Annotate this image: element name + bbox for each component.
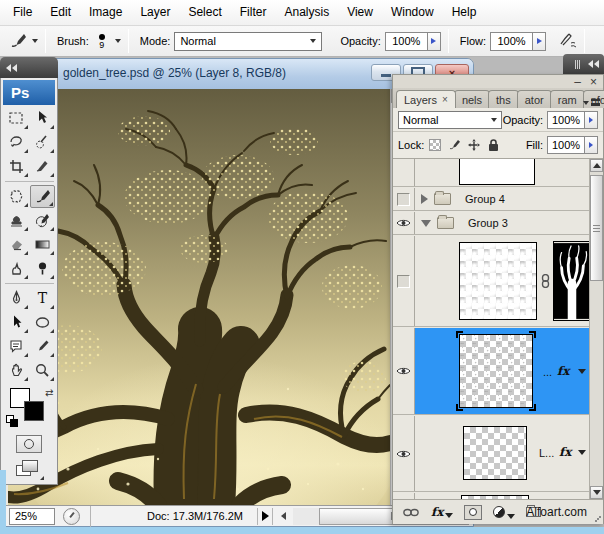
canvas[interactable] (8, 89, 390, 507)
panel-menu-icon[interactable] (583, 99, 600, 106)
panel-minimize-button[interactable]: – (574, 77, 581, 87)
new-adjustment-layer-button[interactable] (493, 506, 515, 519)
tab-layers[interactable]: Layers × (396, 90, 456, 108)
opacity-slider-button[interactable] (427, 32, 441, 51)
panel-dock-header[interactable] (563, 54, 604, 74)
fx-expand-icon[interactable] (578, 369, 586, 374)
layer-fx-badge[interactable]: fx (559, 445, 571, 459)
tool-clone-stamp[interactable] (4, 209, 29, 232)
layers-scrollbar[interactable] (589, 159, 603, 499)
tool-preset-arrow-icon[interactable] (32, 39, 38, 43)
visibility-toggle[interactable] (393, 212, 415, 234)
scroll-down-button[interactable] (590, 486, 603, 499)
layer-row-selected[interactable]: ... fx (393, 328, 603, 415)
lock-pixels-icon[interactable] (447, 138, 461, 152)
tool-brush[interactable] (30, 185, 55, 208)
tool-shape[interactable] (30, 311, 55, 334)
lock-all-icon[interactable] (487, 138, 500, 152)
tab-histogram[interactable]: ram (550, 90, 585, 108)
quick-mask-button[interactable] (16, 435, 42, 453)
resize-grip-icon[interactable] (595, 516, 601, 522)
layer-name-truncated[interactable]: L... (539, 447, 554, 459)
tool-move[interactable] (30, 107, 55, 130)
menu-edit[interactable]: Edit (41, 0, 80, 25)
layer-fill-input[interactable]: 100% (547, 136, 585, 154)
opacity-input[interactable]: 100% (385, 32, 427, 51)
tool-notes[interactable] (4, 335, 29, 358)
flow-input[interactable]: 100% (490, 32, 532, 51)
expand-open-icon[interactable] (421, 220, 431, 227)
tab-paths[interactable]: ths (488, 90, 519, 108)
tab-navigator[interactable]: ator (517, 90, 552, 108)
menu-filter[interactable]: Filter (231, 0, 276, 25)
layer-opacity-input[interactable]: 100% (547, 111, 585, 129)
tool-type[interactable]: T (30, 287, 55, 310)
layer-name-truncated[interactable]: ... (543, 366, 552, 378)
tool-hand[interactable] (4, 359, 29, 382)
layer-row-partial[interactable] (393, 159, 603, 187)
scroll-up-button[interactable] (590, 159, 603, 172)
group-name[interactable]: Group 3 (468, 217, 508, 229)
background-color-swatch[interactable] (24, 401, 44, 421)
tool-rect-marquee[interactable] (4, 107, 29, 130)
menu-image[interactable]: Image (80, 0, 131, 25)
tool-zoom[interactable] (30, 359, 55, 382)
layer-thumbnail[interactable] (463, 426, 527, 480)
tool-smudge[interactable] (4, 257, 29, 280)
menu-help[interactable]: Help (443, 0, 486, 25)
visibility-toggle[interactable] (393, 236, 415, 326)
tool-pen[interactable] (4, 287, 29, 310)
status-clock-icon[interactable] (63, 508, 80, 525)
tool-healing-brush[interactable] (4, 185, 29, 208)
visibility-toggle[interactable] (393, 416, 415, 491)
menu-window[interactable]: Window (382, 0, 443, 25)
tool-dodge[interactable] (30, 257, 55, 280)
airbrush-toggle-icon[interactable] (555, 30, 577, 52)
status-menu-button[interactable] (257, 508, 273, 525)
layer-row-lower[interactable]: L... fx (393, 416, 603, 492)
layer-row-group3[interactable]: Group 3 (393, 212, 603, 235)
scroll-left-button[interactable] (275, 508, 291, 525)
swap-colors-icon[interactable]: ⇄ (45, 387, 53, 398)
tool-crop[interactable] (4, 155, 29, 178)
menu-layer[interactable]: Layer (131, 0, 179, 25)
visibility-cell[interactable] (393, 159, 415, 186)
fx-expand-icon[interactable] (578, 450, 586, 455)
menu-select[interactable]: Select (179, 0, 230, 25)
flow-slider-button[interactable] (532, 32, 546, 51)
tool-path-selection[interactable] (4, 311, 29, 334)
layer-blend-mode-select[interactable]: Normal (398, 111, 502, 129)
layer-thumbnail[interactable] (459, 159, 535, 185)
tool-slice[interactable] (30, 155, 55, 178)
tool-eraser[interactable] (4, 233, 29, 256)
tool-quick-selection[interactable] (30, 131, 55, 154)
panel-close-button[interactable]: × (590, 77, 597, 87)
mask-link-icon[interactable] (541, 274, 550, 288)
brush-preset-picker[interactable]: 9 (93, 34, 111, 49)
menu-view[interactable]: View (338, 0, 382, 25)
opacity-slider-button[interactable] (585, 111, 598, 129)
lock-position-icon[interactable] (467, 138, 481, 152)
fill-slider-button[interactable] (585, 136, 598, 154)
visibility-toggle[interactable] (393, 188, 415, 210)
lock-transparency-icon[interactable] (429, 139, 441, 151)
screen-mode-button[interactable] (14, 458, 44, 480)
tab-channels[interactable]: nels (454, 90, 490, 108)
zoom-level-input[interactable]: 25% (9, 508, 55, 525)
layer-thumbnail[interactable] (459, 242, 537, 320)
menu-file[interactable]: File (4, 0, 41, 25)
layer-row-masked[interactable] (393, 236, 603, 327)
expand-collapsed-icon[interactable] (421, 194, 428, 204)
brush-tool-icon[interactable] (8, 31, 38, 51)
tab-close-icon[interactable]: × (442, 94, 448, 105)
scroll-thumb[interactable] (590, 175, 603, 281)
blend-mode-select[interactable]: Normal (174, 32, 322, 51)
layer-fx-badge[interactable]: fx (557, 364, 569, 378)
tool-eyedropper[interactable] (30, 335, 55, 358)
toolbox-dock-header[interactable] (0, 57, 58, 78)
menu-analysis[interactable]: Analysis (275, 0, 338, 25)
tool-lasso[interactable] (4, 131, 29, 154)
layer-thumbnail-selected[interactable] (459, 334, 533, 408)
add-layer-mask-button[interactable] (464, 505, 482, 520)
brush-picker-arrow-icon[interactable] (115, 39, 121, 43)
